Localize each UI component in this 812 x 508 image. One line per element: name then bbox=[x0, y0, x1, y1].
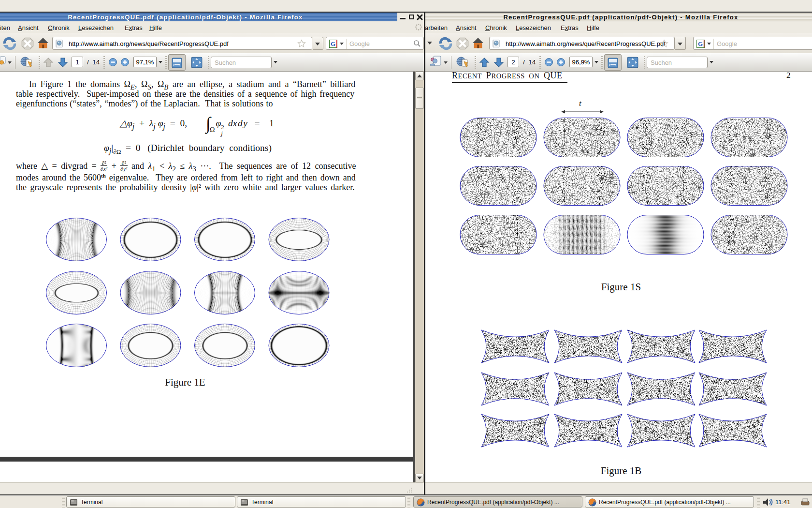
svg-text:G: G bbox=[698, 40, 703, 47]
svg-text:G: G bbox=[331, 40, 335, 47]
